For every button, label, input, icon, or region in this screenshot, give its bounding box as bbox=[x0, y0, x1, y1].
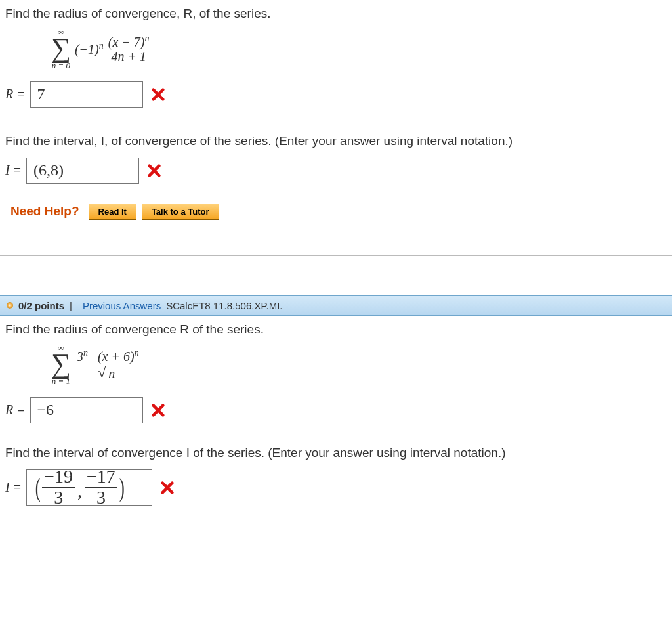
incorrect-icon bbox=[151, 87, 165, 102]
fraction: (x − 7)n 4n + 1 bbox=[106, 33, 152, 64]
question-2: Find the radius of convergence R of the … bbox=[0, 316, 672, 525]
source-label: SCalcET8 11.8.506.XP.MI. bbox=[166, 300, 282, 311]
q1-interval-answer-row: I = (6,8) bbox=[5, 158, 667, 184]
coeff: (−1)n bbox=[75, 41, 104, 57]
q1-series: ∞ ∑ n = 0 (−1)n (x − 7)n 4n + 1 bbox=[51, 28, 667, 70]
q2-radius-answer-row: R = −6 bbox=[5, 397, 667, 423]
sigma-symbol: ∞ ∑ n = 1 bbox=[51, 343, 71, 385]
help-row: Need Help? Read It Talk to a Tutor bbox=[10, 204, 667, 220]
points-label: 0/2 points bbox=[18, 300, 64, 311]
q2-interval-input[interactable]: ( −19 3 , −17 3 ) bbox=[26, 469, 152, 506]
I-label: I bbox=[5, 480, 10, 495]
R-label: R bbox=[5, 87, 13, 102]
previous-answers-link[interactable]: Previous Answers bbox=[83, 300, 161, 311]
q1-prompt-interval: Find the interval, I, of convergence of … bbox=[5, 134, 667, 148]
fraction: 3n (x + 6)n √n bbox=[75, 348, 141, 381]
question-1: Find the radius of convergence, R, of th… bbox=[0, 0, 672, 240]
question-2-header: 0/2 points | Previous Answers SCalcET8 1… bbox=[0, 295, 672, 316]
sqrt: √n bbox=[98, 366, 117, 381]
incorrect-icon bbox=[147, 163, 161, 178]
divider bbox=[0, 255, 672, 256]
q1-prompt-radius: Find the radius of convergence, R, of th… bbox=[5, 7, 667, 21]
read-it-button[interactable]: Read It bbox=[89, 204, 136, 220]
bullet-icon bbox=[7, 302, 13, 309]
sigma-symbol: ∞ ∑ n = 0 bbox=[51, 28, 71, 70]
q2-series: ∞ ∑ n = 1 3n (x + 6)n √n bbox=[51, 343, 667, 385]
q1-radius-input[interactable]: 7 bbox=[30, 81, 143, 108]
q2-radius-input[interactable]: −6 bbox=[30, 397, 143, 423]
q1-interval-input[interactable]: (6,8) bbox=[26, 158, 139, 184]
q2-prompt-radius: Find the radius of convergence R of the … bbox=[5, 322, 667, 337]
q1-radius-answer-row: R = 7 bbox=[5, 81, 667, 108]
I-label: I bbox=[5, 163, 10, 178]
incorrect-icon bbox=[151, 403, 165, 418]
R-label: R bbox=[5, 402, 13, 418]
q2-prompt-interval: Find the interval of convergence I of th… bbox=[5, 446, 667, 460]
incorrect-icon bbox=[160, 481, 175, 495]
q2-interval-answer-row: I = ( −19 3 , −17 3 ) bbox=[5, 469, 667, 506]
need-help-label: Need Help? bbox=[10, 204, 79, 219]
talk-to-tutor-button[interactable]: Talk to a Tutor bbox=[142, 204, 219, 220]
